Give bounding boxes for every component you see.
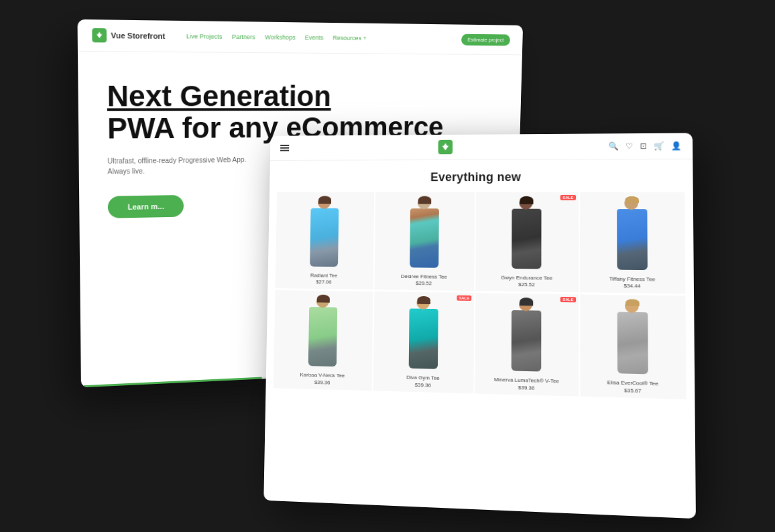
product-price: $34.44 [580,283,686,290]
product-item[interactable]: SALE Minerva LumaTech® V-Tee $39.36 [475,293,578,397]
wishlist-icon[interactable]: ♡ [625,141,633,151]
product-image [475,192,578,273]
person-figure [512,196,541,269]
body [310,208,339,266]
product-price: $25.52 [475,281,578,289]
person-figure [617,196,648,270]
back-logo-text: Vue Storefront [111,31,165,41]
product-image [475,293,579,377]
shop-title: Everything new [270,159,693,192]
progress-fill [81,377,262,388]
body [308,307,337,367]
person-figure [512,297,542,372]
sale-badge: SALE [457,295,471,301]
product-item[interactable]: Tiffany Fitness Tee $34.44 [580,192,686,294]
account-icon[interactable]: 👤 [671,141,682,151]
back-nav: Vue Storefront Live Projects Partners Wo… [78,19,524,55]
body [512,310,542,372]
product-item[interactable]: Elisa EverCool® Tee $35.67 [580,295,687,399]
hamburger-icon[interactable] [280,145,289,151]
person-figure [410,196,439,267]
nav-link-events[interactable]: Events [305,34,324,42]
nav-link-resources[interactable]: Resources + [333,34,366,42]
nav-link-workshops[interactable]: Workshops [265,34,296,41]
shop-logo-icon [438,140,453,155]
person-figure [617,299,648,374]
products-row-2: Karissa V-Neck Tee $39.36 SALE Diva Gym … [265,290,695,399]
back-nav-links: Live Projects Partners Workshops Events … [186,33,367,42]
sale-badge: SALE [560,195,575,200]
logo-icon [92,28,107,43]
shop-nav: 🔍 ♡ ⊡ 🛒 👤 [270,133,693,161]
estimate-project-button[interactable]: Estimate project [461,34,510,46]
person-figure [408,296,438,369]
scene: Vue Storefront Live Projects Partners Wo… [86,25,689,507]
product-price: $29.52 [374,280,474,287]
cart-icon[interactable]: 🛒 [654,141,664,151]
body [512,208,541,269]
shop-nav-right: 🔍 ♡ ⊡ 🛒 👤 [609,141,682,151]
product-item[interactable]: SALE Diva Gym Tee $39.36 [373,291,474,393]
sale-badge: SALE [560,297,575,302]
body [617,209,648,270]
front-card: 🔍 ♡ ⊡ 🛒 👤 Everything new [263,133,696,519]
person-figure [310,196,339,267]
product-image [580,295,687,379]
product-item[interactable]: Radiant Tee $27.06 [276,192,374,290]
back-logo: Vue Storefront [92,28,165,43]
product-image [374,192,475,272]
product-image [580,192,686,274]
product-image [276,192,374,271]
compare-icon[interactable]: ⊡ [640,141,647,151]
learn-more-button[interactable]: Learn m... [108,195,184,218]
body [408,308,438,369]
nav-link-liveprojects[interactable]: Live Projects [186,33,223,40]
body [617,312,648,374]
shop-nav-left [280,145,289,151]
search-icon[interactable]: 🔍 [609,141,619,151]
product-image [274,290,373,371]
products-row-1: Radiant Tee $27.06 Desiree Fitness Tee $… [267,192,694,294]
person-figure [308,294,338,367]
nav-link-partners[interactable]: Partners [232,34,255,41]
hero-subtitle: Ultrafast, offline-ready Progressive Web… [107,155,247,177]
product-price: $27.06 [276,279,373,286]
product-item[interactable]: Desiree Fitness Tee $29.52 [374,192,475,291]
body [410,208,439,268]
product-item[interactable]: Karissa V-Neck Tee $39.36 [274,290,373,391]
hero-title-line1: Next Generation [107,80,496,113]
product-item[interactable]: SALE Gwyn Endurance Tee $25.52 [475,192,578,293]
product-image [373,291,474,373]
